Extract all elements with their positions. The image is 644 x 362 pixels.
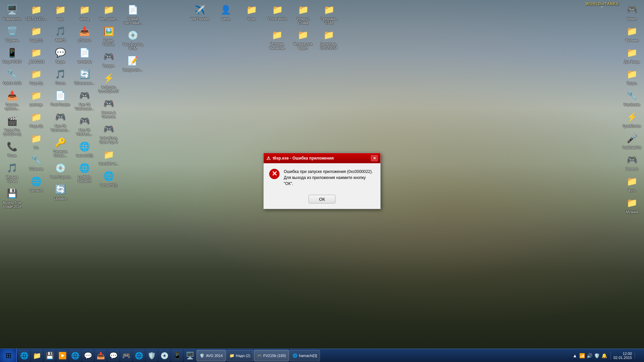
icon-ccleaner[interactable]: 🔧 CCleaner <box>24 152 48 173</box>
icon-predsakaz[interactable]: 📁 Предзаказ GTA5 <box>317 2 341 26</box>
start-button[interactable]: ⊞ <box>0 349 17 362</box>
icon-itunes[interactable]: 🎵 iTunes <box>48 66 72 87</box>
icon-hamachi3[interactable]: 🌐 hamachi[3] <box>97 168 121 189</box>
icon-updates[interactable]: 🔄 Updates <box>48 181 72 202</box>
icon-skachat[interactable]: 📥 Скачать epichno... <box>0 87 24 112</box>
show-desktop-button[interactable] <box>635 352 641 359</box>
tray-arrow-icon[interactable]: ▲ <box>572 352 578 359</box>
icon-hamachi[interactable]: 🌐 hamachi <box>24 173 48 194</box>
taskbar-utorrent-icon[interactable]: 📥 <box>95 350 107 362</box>
icon-men-of-war1[interactable]: 🎮 Men Of WarAssaul... <box>48 109 72 134</box>
tray-security-icon[interactable]: 🛡️ <box>594 352 600 359</box>
icon-cod-bo2[interactable]: 🎮 Call of Duty Black Ops II <box>97 121 121 146</box>
icon-nero-express[interactable]: 💿 Nero Express <box>48 160 72 181</box>
icon-muzyka[interactable]: 🎵 Музыка Ярлык <box>0 160 24 185</box>
taskbar-ie-icon[interactable]: 🌐 <box>18 350 30 362</box>
icon-steam[interactable]: 🎮 Steam <box>620 2 644 22</box>
clock[interactable]: 12:00 02.01.2015 <box>610 352 632 360</box>
taskbar-skype2-icon[interactable]: 💬 <box>107 350 119 362</box>
icon-macosx[interactable]: 📁 _MACOSX <box>24 45 48 65</box>
icon-unnamed[interactable]: 📄 unnamed <box>72 45 97 65</box>
hamachi2-icon: 🌐 <box>78 140 91 153</box>
video-icon: 📁 <box>625 67 639 81</box>
icon-handbrake[interactable]: 🔧 Handbrake <box>620 87 644 108</box>
icon-prime-world[interactable]: 📁 Prime World <box>265 2 289 26</box>
icon-computer[interactable]: 🖥️ Компьютер <box>0 2 24 22</box>
icon-package[interactable]: 📁 package <box>24 87 48 108</box>
icon-aimp[interactable]: 🎵 AIMP3 <box>48 23 72 44</box>
icon-raidcall[interactable]: 🎤 RaidCall.RU <box>620 130 644 151</box>
icon-utorrent[interactable]: 📥 μTorrent <box>72 23 97 44</box>
icon-skype[interactable]: 💬 Skype <box>48 45 72 65</box>
dialog-ok-button[interactable]: ОК <box>309 195 335 203</box>
icon-title-update[interactable]: 📁 title_updat... <box>97 2 121 22</box>
icon-image-resizer[interactable]: 🖼️ Image Resizer <box>97 23 121 48</box>
taskbar-nado2-app[interactable]: 📁 Надо (2) <box>226 350 253 361</box>
tray-network-icon[interactable]: 📶 <box>579 352 586 359</box>
icon-diskoteka[interactable]: 📁 Дискотека 26.12.2014 <box>317 27 341 52</box>
icon-nero-burning[interactable]: 💿 Nero Burning ROM <box>121 27 145 52</box>
icon-bin[interactable]: 📁 bin <box>24 130 48 151</box>
taskbar-media-icon[interactable]: ▶️ <box>56 350 68 362</box>
taskbar-explorer-icon[interactable]: 📁 <box>31 350 43 362</box>
icon-odin[interactable]: 🔧 Odin3 v3.09 <box>0 66 24 87</box>
icon-men-of-war2[interactable]: 🎮 Men Of WarAssaul... <box>72 87 97 112</box>
icon-warthunder[interactable]: ✈️ WarThunder <box>188 2 212 26</box>
icon-filmy[interactable]: 📁 Фильмы <box>620 23 644 44</box>
bin-icon: 📁 <box>30 132 43 145</box>
icon-foxit[interactable]: 📄 Foxit Reader <box>48 87 72 108</box>
icon-video[interactable]: 📁 Видео <box>620 66 644 87</box>
audlogies-icon: ⚡ <box>102 71 115 85</box>
taskbar-skype-icon[interactable]: 💬 <box>82 350 94 362</box>
icon-verdun-pro[interactable]: 📝 Вердун.pro... <box>121 53 145 73</box>
icon-samp[interactable]: 👤 samp <box>214 2 238 26</box>
tray-volume-icon[interactable]: 🔊 <box>586 352 593 359</box>
icon-audlogies[interactable]: ⚡ Audlogies BoostSpeed7 <box>97 70 121 95</box>
taskbar-steam-icon[interactable]: 🎮 <box>120 350 132 362</box>
icon-heroes[interactable]: 🎮 Heroes & Generals <box>97 96 121 120</box>
taskbar-app1-icon[interactable]: 📱 <box>171 350 183 362</box>
icon-igry-stima[interactable]: 📁 Игры со Стима <box>291 2 315 26</box>
icon-logs[interactable]: 📁 logs <box>48 2 72 22</box>
icon-kingo[interactable]: 📱 Kingo ROOT <box>0 45 24 65</box>
taskbar-chrome-icon[interactable]: 🌐 <box>69 350 81 362</box>
taskbar-spyware-icon[interactable]: 🛡️ <box>146 350 158 362</box>
icon-quickbinder[interactable]: ⚡ QuickBinder <box>620 109 644 130</box>
icon-directdl[interactable]: 📁 directdl0 wi... <box>97 146 121 167</box>
icon-obnovl[interactable]: 🔄 Обновлени... <box>72 66 97 87</box>
icon-muzyka-right[interactable]: 📁 Музыка <box>620 195 644 216</box>
icon-istoriya[interactable]: 📁 История Минакова <box>265 27 289 52</box>
taskbar-fv215b-app[interactable]: 🎮 FV215b (183) <box>254 350 289 361</box>
taskbar-acronis-tb-icon[interactable]: 💾 <box>44 350 56 362</box>
taskbar-chrome2-icon[interactable]: 🌐 <box>133 350 145 362</box>
icon-acronis[interactable]: 💾 Acronis True Image 2014 <box>0 185 24 210</box>
icon-debug[interactable]: 📁 debug <box>72 2 97 22</box>
icon-logmein[interactable]: 🌐 LogMeln Hamachi <box>72 160 97 185</box>
taskbar-avg-icon: 🛡️ <box>200 353 205 358</box>
icon-men-of-war3[interactable]: 🎮 Men Of WarAssa... <box>72 113 97 138</box>
tray-update-icon[interactable]: 🔔 <box>601 352 608 359</box>
icon-dlya-vidy[interactable]: 📁 Для Виды <box>620 45 644 65</box>
icon-new-text[interactable]: 📄 Новый текстовый... <box>121 2 145 26</box>
igry-stima-icon: 📁 <box>297 3 310 16</box>
icon-pione[interactable]: 📞 PIone <box>0 138 24 159</box>
icon-muzyka-video[interactable]: 📁 Музыка для видео <box>291 27 315 52</box>
icon-vegas[interactable]: 🎬 Vegas Pro 12.0 (64-bit) <box>0 113 24 138</box>
icon-recycle[interactable]: 🗑️ Корзина <box>0 23 24 44</box>
icon-steam2[interactable]: 🎮 Steam 2 <box>620 152 644 173</box>
taskbar-app2-icon[interactable]: 🖥️ <box>184 350 196 362</box>
icon-generate[interactable]: 🔑 Generate Unlock... <box>48 134 72 159</box>
icon-igry[interactable]: 📁 Игры <box>239 2 264 26</box>
icon-nado2[interactable]: 📁 Надо (1) <box>24 66 48 87</box>
taskbar-hamachi3-app[interactable]: 🌐 hamachi[3] <box>289 350 320 361</box>
taskbar-avg-app[interactable]: 🛡️ AVG 2014 <box>197 350 226 361</box>
icon-folder-cleo[interactable]: 📁 1667_CLEO... <box>24 2 48 22</box>
icon-nado1[interactable]: 📁 Надо (1) <box>24 23 48 44</box>
icon-nado3[interactable]: 📁 Надо (1) <box>24 109 48 130</box>
icon-col-right: 🎮 Steam 📁 Фильмы 📁 Для Виды 📁 Видео 🔧 Ha… <box>620 2 644 216</box>
icon-verdun[interactable]: 🎮 Вердун <box>97 49 121 69</box>
dialog-close-button[interactable]: ✕ <box>371 155 378 161</box>
icon-hamachi2[interactable]: 🌐 hamachi[2] <box>72 138 97 159</box>
taskbar-daemon-icon[interactable]: 💿 <box>158 350 170 362</box>
icon-foto[interactable]: 📁 Фото <box>620 173 644 194</box>
